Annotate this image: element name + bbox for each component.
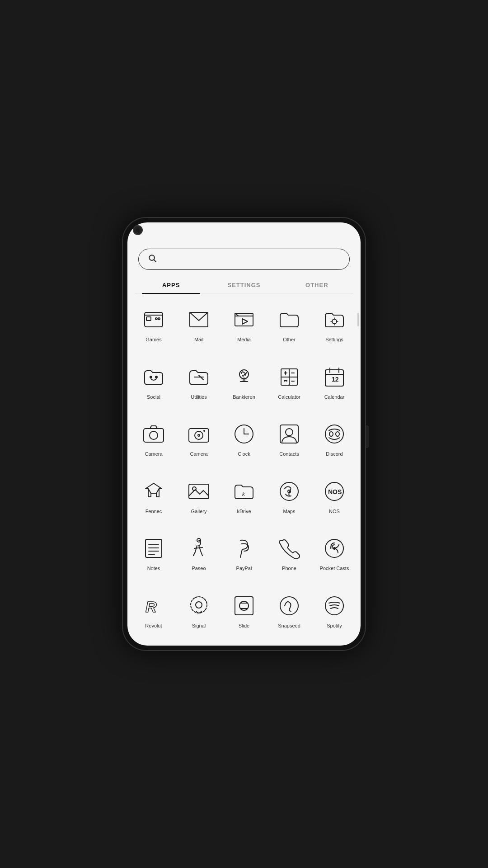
utilities-icon — [184, 363, 213, 392]
svg-text:NOS: NOS — [328, 488, 342, 495]
fennec-icon — [139, 477, 168, 506]
svg-text:k: k — [242, 491, 245, 497]
signal-label: Signal — [192, 623, 206, 629]
nos-icon: NOS — [320, 477, 349, 506]
svg-point-46 — [336, 432, 339, 436]
paseo-icon — [184, 534, 213, 563]
app-pocketcasts[interactable]: Pocket Casts — [312, 529, 357, 585]
contacts-icon — [275, 420, 304, 448]
contacts-label: Contacts — [279, 451, 299, 457]
games-label: Games — [145, 337, 161, 343]
app-games[interactable]: Games — [131, 301, 176, 356]
discord-icon — [320, 420, 349, 448]
app-spotify[interactable]: Spotify — [312, 587, 357, 642]
app-calculator[interactable]: Calculator — [267, 358, 312, 414]
slide-label: Slide — [239, 623, 249, 629]
utilities-label: Utilities — [191, 394, 206, 400]
camera2-label: Camera — [190, 451, 207, 457]
app-gallery[interactable]: Gallery — [176, 472, 221, 528]
svg-point-14 — [155, 376, 157, 378]
svg-marker-11 — [242, 319, 248, 324]
maps-label: Maps — [283, 509, 296, 514]
tab-other[interactable]: OTHER — [281, 277, 353, 293]
calculator-label: Calculator — [278, 394, 300, 400]
paseo-label: Paseo — [192, 566, 206, 571]
app-mail[interactable]: Mail — [176, 301, 221, 356]
social-label: Social — [147, 394, 160, 400]
search-icon — [148, 254, 157, 265]
svg-point-5 — [155, 318, 157, 320]
app-utilities[interactable]: Utilities — [176, 358, 221, 414]
search-bar[interactable] — [138, 249, 350, 270]
app-camera1[interactable]: Camera — [131, 415, 176, 471]
gallery-icon — [184, 477, 213, 506]
main-content: APPS SETTINGS OTHER — [127, 222, 361, 646]
bankieren-label: Bankieren — [233, 394, 255, 400]
svg-rect-33 — [144, 429, 164, 442]
app-discord[interactable]: Discord — [312, 415, 357, 471]
svg-rect-49 — [189, 484, 209, 499]
svg-text:12: 12 — [332, 376, 339, 383]
notes-label: Notes — [147, 566, 160, 571]
clock-icon — [230, 420, 258, 448]
snapseed-icon — [275, 591, 304, 620]
snapseed-label: Snapseed — [278, 623, 300, 629]
paypal-icon — [230, 534, 258, 563]
calendar-label: Calendar — [324, 394, 345, 400]
gallery-label: Gallery — [191, 509, 207, 514]
notes-icon — [139, 534, 168, 563]
svg-point-34 — [150, 431, 158, 439]
signal-icon — [184, 591, 213, 620]
app-settings-folder[interactable]: Settings — [312, 301, 357, 356]
svg-point-65 — [191, 597, 207, 613]
svg-point-13 — [150, 376, 152, 378]
app-slide[interactable]: Slide — [221, 587, 267, 642]
spotify-label: Spotify — [327, 623, 342, 629]
svg-rect-67 — [235, 597, 253, 615]
tab-settings[interactable]: SETTINGS — [207, 277, 280, 293]
app-bankieren[interactable]: Bankieren — [221, 358, 267, 414]
tab-apps[interactable]: APPS — [135, 277, 207, 293]
app-clock[interactable]: Clock — [221, 415, 267, 471]
calculator-icon — [275, 363, 304, 392]
camera2-icon — [184, 420, 213, 448]
slide-icon — [230, 591, 258, 620]
app-snapseed[interactable]: Snapseed — [267, 587, 312, 642]
bankieren-icon — [230, 363, 258, 392]
phone-icon — [275, 534, 304, 563]
svg-rect-4 — [146, 317, 151, 321]
other-folder-label: Other — [283, 337, 296, 343]
mail-icon — [184, 305, 213, 334]
app-social[interactable]: Social — [131, 358, 176, 414]
social-icon — [139, 363, 168, 392]
app-contacts[interactable]: Contacts — [267, 415, 312, 471]
app-other-folder[interactable]: Other — [267, 301, 312, 356]
app-notes[interactable]: Notes — [131, 529, 176, 585]
games-icon — [139, 305, 168, 334]
camera-dot — [133, 225, 143, 235]
app-signal[interactable]: Signal — [176, 587, 221, 642]
app-maps[interactable]: Maps — [267, 472, 312, 528]
apps-grid: Games Mail — [127, 293, 361, 646]
app-paseo[interactable]: Paseo — [176, 529, 221, 585]
svg-point-45 — [329, 432, 333, 436]
app-nos[interactable]: NOS NOS — [312, 472, 357, 528]
app-fennec[interactable]: Fennec — [131, 472, 176, 528]
pocketcasts-label: Pocket Casts — [320, 566, 349, 571]
phone-screen: APPS SETTINGS OTHER — [127, 222, 361, 646]
app-calendar[interactable]: 12 Calendar — [312, 358, 357, 414]
svg-point-71 — [280, 597, 298, 615]
app-kdrive[interactable]: k kDrive — [221, 472, 267, 528]
other-folder-icon — [275, 305, 304, 334]
paypal-label: PayPal — [236, 566, 252, 571]
app-media[interactable]: Media — [221, 301, 267, 356]
svg-point-43 — [286, 429, 293, 436]
app-phone[interactable]: Phone — [267, 529, 312, 585]
app-paypal[interactable]: PayPal — [221, 529, 267, 585]
app-revolut[interactable]: R Revolut — [131, 587, 176, 642]
tab-bar: APPS SETTINGS OTHER — [135, 277, 353, 293]
app-camera2[interactable]: Camera — [176, 415, 221, 471]
svg-point-12 — [332, 319, 337, 324]
camera1-icon — [139, 420, 168, 448]
kdrive-icon: k — [230, 477, 258, 506]
